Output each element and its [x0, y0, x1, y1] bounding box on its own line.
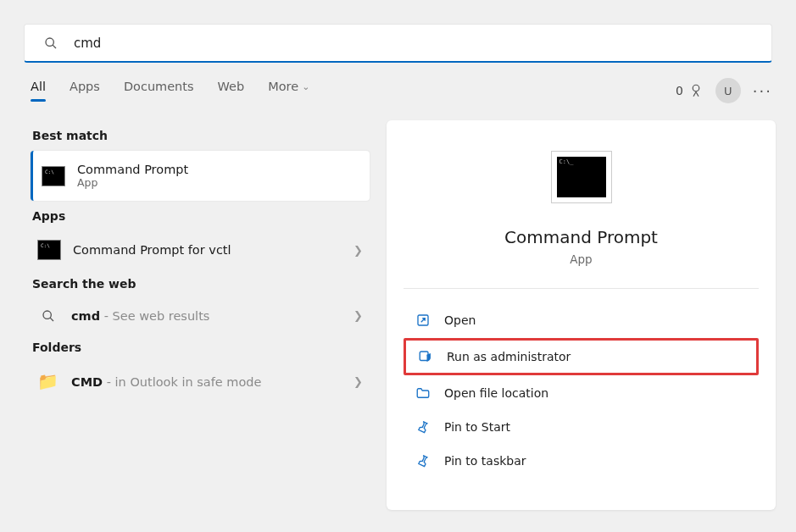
- action-pin-start[interactable]: Pin to Start: [404, 411, 759, 443]
- svg-point-2: [693, 85, 699, 91]
- shield-icon: [418, 349, 433, 364]
- best-match-subtitle: App: [77, 176, 188, 189]
- folder-icon: [415, 385, 431, 401]
- action-label: Run as administrator: [447, 350, 571, 363]
- pin-icon: [415, 453, 431, 468]
- chevron-right-icon: ❯: [353, 375, 363, 388]
- best-match-label: Best match: [32, 129, 370, 142]
- action-open-location[interactable]: Open file location: [404, 377, 759, 409]
- rewards-indicator[interactable]: 0: [676, 83, 704, 98]
- cmd-icon: C:\: [37, 240, 61, 260]
- search-icon: [40, 36, 62, 50]
- folders-section-label: Folders: [32, 341, 370, 354]
- details-title: Command Prompt: [504, 227, 658, 247]
- best-match-title: Command Prompt: [77, 163, 188, 176]
- content-area: Best match C:\ Command Prompt App Apps C…: [0, 103, 796, 510]
- folder-result-suffix: - in Outlook in safe mode: [103, 375, 261, 389]
- folder-result-row[interactable]: 📁 CMD - in Outlook in safe mode ❯: [31, 363, 370, 400]
- results-column: Best match C:\ Command Prompt App Apps C…: [31, 120, 370, 510]
- web-result-row[interactable]: cmd - See web results ❯: [31, 299, 370, 332]
- action-open[interactable]: Open: [404, 304, 759, 336]
- chevron-down-icon: ⌄: [302, 81, 309, 92]
- search-icon: [37, 309, 59, 323]
- svg-line-4: [50, 318, 53, 321]
- action-run-admin[interactable]: Run as administrator: [404, 338, 759, 375]
- svg-line-1: [53, 45, 56, 48]
- rewards-icon: [688, 83, 704, 98]
- svg-point-3: [43, 311, 51, 319]
- search-input[interactable]: [74, 36, 756, 51]
- tab-apps[interactable]: Apps: [70, 80, 100, 102]
- search-web-label: Search the web: [32, 277, 370, 291]
- chevron-right-icon: ❯: [353, 244, 363, 257]
- cmd-icon: C:\: [42, 166, 65, 186]
- details-panel: C:\_ Command Prompt App Open Run as admi…: [387, 120, 776, 510]
- action-pin-taskbar[interactable]: Pin to taskbar: [404, 445, 759, 477]
- app-result-title: Command Prompt for vctl: [73, 243, 231, 257]
- tab-more[interactable]: More ⌄: [268, 80, 309, 102]
- pin-icon: [415, 419, 431, 435]
- tab-row: All Apps Documents Web More ⌄ 0 U ···: [0, 63, 796, 103]
- svg-point-0: [46, 38, 53, 46]
- app-large-icon: C:\_: [551, 151, 612, 203]
- folder-icon: 📁: [37, 371, 59, 391]
- web-result-query: cmd: [71, 309, 100, 323]
- action-list: Open Run as administrator Open file loca…: [404, 304, 759, 477]
- web-result-suffix: - See web results: [100, 309, 209, 323]
- tab-more-label: More: [268, 80, 298, 93]
- tab-all[interactable]: All: [31, 80, 46, 102]
- tab-web[interactable]: Web: [218, 80, 245, 102]
- best-match-result[interactable]: C:\ Command Prompt App: [31, 151, 370, 201]
- more-menu-button[interactable]: ···: [753, 82, 772, 100]
- action-label: Open: [444, 313, 476, 327]
- rewards-count: 0: [676, 84, 683, 97]
- action-label: Pin to taskbar: [444, 454, 526, 468]
- action-label: Pin to Start: [444, 420, 510, 434]
- open-icon: [415, 313, 431, 328]
- folder-result-title: CMD: [71, 375, 103, 389]
- details-subtitle: App: [570, 252, 592, 266]
- filter-tabs: All Apps Documents Web More ⌄: [31, 80, 309, 102]
- action-label: Open file location: [444, 386, 548, 400]
- app-result-row[interactable]: C:\ Command Prompt for vctl ❯: [31, 231, 370, 269]
- search-bar[interactable]: [24, 24, 772, 63]
- chevron-right-icon: ❯: [353, 309, 363, 322]
- apps-section-label: Apps: [32, 209, 370, 223]
- tab-documents[interactable]: Documents: [124, 80, 194, 102]
- avatar[interactable]: U: [715, 78, 741, 103]
- top-right-controls: 0 U ···: [676, 78, 772, 103]
- divider: [404, 288, 759, 289]
